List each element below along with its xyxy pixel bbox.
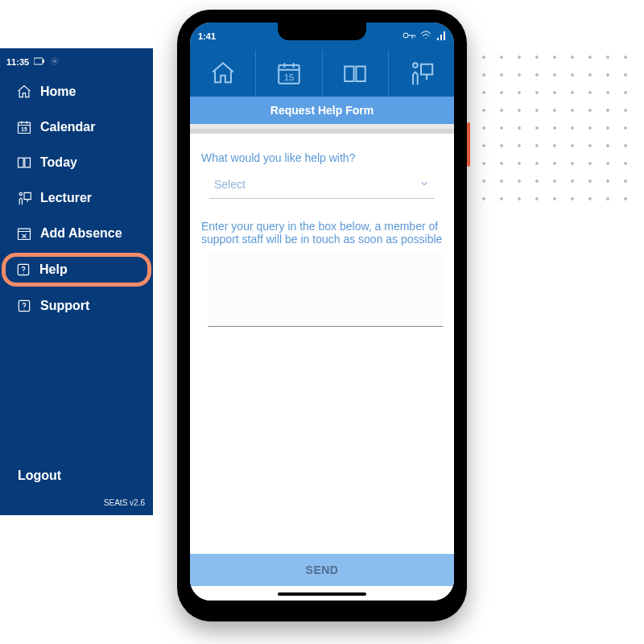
battery-icon: [34, 57, 45, 67]
lecturer-icon: [16, 190, 32, 206]
svg-point-15: [413, 63, 418, 68]
right-status-icons: [402, 31, 446, 42]
sidebar-item-lecturer[interactable]: Lecturer: [5, 182, 148, 214]
sidebar-time: 11:35: [6, 57, 29, 67]
form-body: What would you like help with? Select En…: [190, 129, 454, 601]
svg-text:15: 15: [21, 126, 27, 132]
query-textarea[interactable]: [208, 254, 443, 327]
select-placeholder: Select: [214, 178, 246, 191]
help-topic-select[interactable]: Select: [209, 171, 435, 199]
tab-lecturer[interactable]: [389, 50, 454, 97]
phone-screen: 1:41: [190, 23, 454, 601]
phone-home-handle[interactable]: [278, 592, 366, 596]
home-icon: [16, 84, 32, 100]
question-help-with: What would you like help with?: [201, 151, 443, 164]
sidebar-logout[interactable]: Logout: [18, 469, 61, 483]
vpn-icon: [402, 31, 415, 41]
sidebar-item-label: Home: [40, 85, 76, 99]
book-icon: [341, 60, 369, 87]
signal-icon: [436, 31, 446, 42]
book-icon: [16, 155, 32, 171]
phone-time: 1:41: [198, 31, 216, 41]
sidebar-item-label: Today: [40, 155, 77, 170]
sidebar-status-bar: 11:35: [0, 53, 153, 71]
sidebar-item-home[interactable]: Home: [5, 76, 148, 108]
send-button[interactable]: SEND: [190, 554, 454, 586]
svg-text:15: 15: [284, 72, 295, 82]
phone-frame: 1:41: [177, 10, 467, 621]
gear-icon: [50, 56, 60, 68]
chevron-down-icon: [419, 178, 430, 192]
svg-point-12: [403, 33, 408, 38]
sidebar-item-help[interactable]: Help: [2, 253, 151, 287]
svg-rect-1: [43, 60, 44, 63]
decorative-dots: [475, 48, 636, 209]
sidebar-item-label: Help: [39, 262, 68, 277]
sidebar-item-label: Calendar: [40, 120, 95, 134]
sidebar-item-label: Add Absence: [40, 226, 122, 241]
svg-point-2: [54, 60, 56, 63]
lecturer-icon: [407, 60, 435, 87]
help-icon: [15, 262, 31, 278]
calendar-icon: 15: [275, 60, 303, 87]
sidebar-item-label: Support: [40, 299, 89, 313]
sidebar-footer: SEAtS v2.6: [104, 498, 145, 507]
home-icon: [209, 60, 237, 87]
tab-calendar[interactable]: 15: [256, 50, 322, 97]
tab-home[interactable]: [190, 50, 256, 97]
sidebar-item-calendar[interactable]: 15 Calendar: [5, 111, 148, 143]
sidebar-menu: Home 15 Calendar Today Lecturer Add Abse…: [0, 76, 153, 322]
calendar-x-icon: [16, 225, 32, 242]
phone-toolbar: 15: [190, 50, 454, 97]
tab-book[interactable]: [323, 50, 389, 97]
calendar-icon: 15: [16, 119, 32, 135]
sidebar-item-add-absence[interactable]: Add Absence: [5, 217, 148, 250]
help-icon: [16, 298, 32, 314]
svg-rect-6: [19, 229, 31, 239]
svg-rect-0: [34, 58, 43, 64]
sidebar-item-today[interactable]: Today: [5, 147, 148, 179]
phone-notch: [278, 23, 366, 40]
form-header: Request Help Form: [190, 97, 454, 124]
question-query: Enter your query in the box below, a mem…: [201, 220, 443, 246]
sidebar-item-label: Lecturer: [40, 191, 92, 205]
sidebar-item-support[interactable]: Support: [5, 290, 148, 322]
wifi-icon: [420, 31, 431, 42]
svg-point-5: [19, 192, 22, 195]
sidebar: 11:35 Home 15 Calendar Today Lecturer Ad…: [0, 48, 153, 515]
